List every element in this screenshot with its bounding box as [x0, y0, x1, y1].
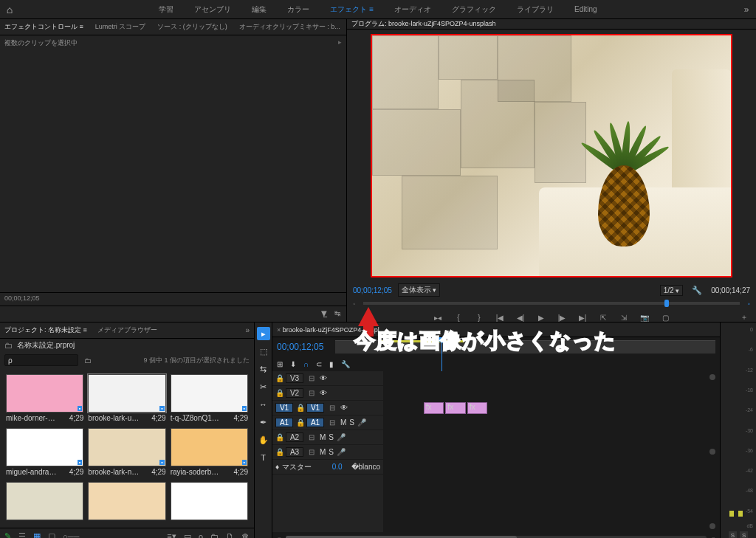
compare-icon[interactable]: ▢ — [659, 311, 671, 323]
mark-in-icon[interactable]: ▸◂ — [432, 311, 444, 323]
zoom-in-icon[interactable]: ○ — [711, 534, 715, 539]
program-tab[interactable]: プログラム: brooke-lark-uZjF4SPOZP4-unsplash — [351, 19, 496, 29]
mic-icon[interactable]: 🎤 — [357, 418, 366, 427]
fx-switch-icon[interactable]: ↹ — [334, 309, 340, 319]
program-viewport[interactable] — [371, 34, 732, 277]
tab-project[interactable]: プロジェクト: 名称未設定 — [4, 325, 87, 335]
settings-icon[interactable]: 🔧 — [341, 360, 350, 368]
ws-learn[interactable]: 学習 — [159, 4, 173, 15]
marker-in-icon[interactable]: ◦ — [747, 300, 750, 308]
step-back-icon[interactable]: ◀| — [515, 311, 526, 323]
fit-select[interactable]: 全体表示 ▾ — [398, 283, 441, 297]
ws-assembly[interactable]: アセンブリ — [194, 4, 231, 15]
snap-icon[interactable]: ∩ — [303, 360, 309, 368]
pen-tool-icon[interactable]: ✒ — [257, 415, 270, 429]
clip[interactable]: fx — [424, 402, 444, 414]
bracket-in-icon[interactable]: { — [453, 311, 464, 323]
razor-tool-icon[interactable]: ✂ — [257, 380, 270, 393]
auto-seq-icon[interactable]: ▭ — [184, 531, 191, 538]
link-icon[interactable]: ⊂ — [316, 360, 322, 368]
thumb-item[interactable]: ▪brooke-lark-uZjF4SPOZ...4;29 — [88, 374, 165, 422]
new-item-icon[interactable]: 🗋 — [226, 532, 234, 539]
eye-icon[interactable]: 👁 — [320, 374, 327, 382]
tab-effect-controls[interactable]: エフェクトコントロール — [4, 22, 83, 32]
settings-icon[interactable]: 🔧 — [692, 286, 702, 295]
hand-tool-icon[interactable]: ✋ — [257, 433, 270, 446]
zoom-out-icon[interactable]: ○ — [277, 534, 281, 539]
thumb-item[interactable]: ▪miguel-andrade-nAOZCY...4;29 — [6, 428, 83, 476]
eye-icon[interactable]: 👁 — [340, 404, 348, 412]
play-icon[interactable]: ▶ — [535, 311, 547, 323]
insert-icon[interactable]: ⬇ — [290, 360, 296, 368]
zoom-select[interactable]: 1/2 ▾ — [660, 285, 683, 296]
solo-l[interactable]: S — [729, 531, 737, 538]
thumb-item[interactable] — [6, 482, 83, 522]
tab-source[interactable]: ソース : (クリップなし) — [157, 22, 227, 32]
mic-icon[interactable]: 🎤 — [337, 433, 346, 441]
top-bar: ⌂ 学習 アセンブリ 編集 カラー エフェクト オーディオ グラフィック ライブ… — [0, 0, 756, 19]
bin-icon[interactable]: 🗀 — [84, 356, 92, 365]
track-select-tool-icon[interactable]: ⬚ — [257, 345, 270, 358]
thumb-item[interactable]: ▪rayia-soderberg-ozSFnAF...4;29 — [171, 428, 248, 476]
clip[interactable]: fx — [445, 402, 465, 414]
selection-tool-icon[interactable]: ▸ — [257, 327, 270, 340]
zoom-slider[interactable]: ○── — [63, 532, 79, 539]
clip[interactable]: fx — [467, 402, 487, 414]
type-tool-icon[interactable]: T — [257, 451, 270, 464]
list-view-icon[interactable]: ☰ — [18, 531, 26, 538]
thumb-item[interactable]: ▪t-q-JZ8onQ1wuY8-unspl...4;29 — [171, 374, 248, 422]
selection-info: 9 個中 1 個の項目が選択されました — [143, 356, 250, 365]
ws-audio[interactable]: オーディオ — [394, 4, 431, 15]
step-fwd-icon[interactable]: |▶ — [556, 311, 568, 323]
ws-edit[interactable]: 編集 — [252, 4, 267, 15]
write-icon[interactable]: ✎ — [4, 531, 11, 538]
button-editor-icon[interactable]: ＋ — [738, 311, 750, 323]
ws-graphics[interactable]: グラフィック — [452, 4, 496, 15]
solo-r[interactable]: S — [740, 531, 748, 538]
src-v1[interactable]: V1 — [275, 403, 293, 413]
src-a1[interactable]: A1 — [275, 418, 293, 427]
marker-icon[interactable]: ▮ — [329, 360, 334, 368]
trash-icon[interactable]: 🗑 — [241, 532, 250, 539]
slip-tool-icon[interactable]: ↔ — [257, 398, 270, 411]
tab-lumetri[interactable]: Lumetri スコープ — [95, 22, 146, 32]
go-in-icon[interactable]: |◀ — [494, 311, 506, 323]
timeline-timecode[interactable]: 00;00;12;05 — [277, 342, 323, 352]
program-timecode[interactable]: 00;00;12;05 — [353, 286, 392, 294]
thumb-item[interactable] — [171, 482, 248, 522]
extract-icon[interactable]: ⇲ — [618, 311, 630, 323]
tab-media-browser[interactable]: メディアブラウザー — [97, 325, 157, 335]
eye-icon[interactable]: 👁 — [320, 389, 327, 397]
find-icon[interactable]: ρ — [199, 532, 203, 539]
tab-audio-mixer[interactable]: オーディオクリップミキサー : b... — [239, 22, 340, 32]
export-frame-icon[interactable]: 📷 — [639, 311, 650, 323]
project-file: 名称未設定.prproj — [17, 340, 75, 351]
panel-overflow-icon[interactable]: » — [245, 326, 250, 334]
marker-out-icon[interactable]: ◦ — [353, 300, 356, 308]
nest-icon[interactable]: ⊞ — [277, 360, 283, 368]
overflow-icon[interactable]: » — [737, 4, 756, 15]
thumb-item[interactable]: ▪brooke-lark-nTZOILVZu...4;29 — [88, 428, 165, 476]
ripple-tool-icon[interactable]: ⇆ — [257, 362, 270, 376]
new-bin-icon[interactable]: 🗀 — [210, 532, 219, 539]
icon-view-icon[interactable]: ▦ — [33, 531, 41, 538]
freeform-icon[interactable]: ▢ — [48, 531, 55, 538]
go-out-icon[interactable]: ▶| — [577, 311, 588, 323]
ws-color[interactable]: カラー — [287, 4, 309, 15]
track-area[interactable]: fx fx fx — [383, 371, 720, 532]
thumb-item[interactable]: ▪mike-dorner-sf_1ZDA1Y...4;29 — [6, 374, 83, 422]
lift-icon[interactable]: ⇱ — [597, 311, 609, 323]
ws-editing[interactable]: Editing — [574, 5, 597, 13]
home-icon[interactable]: ⌂ — [0, 0, 19, 19]
bracket-out-icon[interactable]: } — [473, 311, 485, 323]
ws-library[interactable]: ライブラリ — [517, 4, 554, 15]
thumb-item[interactable] — [88, 482, 165, 522]
sort-icon[interactable]: ≡▾ — [167, 531, 176, 538]
effect-controls-panel: エフェクトコントロール Lumetri スコープ ソース : (クリップなし) … — [0, 19, 347, 322]
selection-label: 複数のクリップを選択中 — [4, 38, 342, 48]
search-input[interactable]: ρ — [4, 354, 78, 366]
program-scrubber[interactable] — [363, 302, 740, 305]
ws-effects[interactable]: エフェクト — [330, 4, 374, 15]
funnel-icon[interactable]: ▼̲ — [321, 309, 327, 319]
mic-icon[interactable]: 🎤 — [337, 448, 346, 456]
